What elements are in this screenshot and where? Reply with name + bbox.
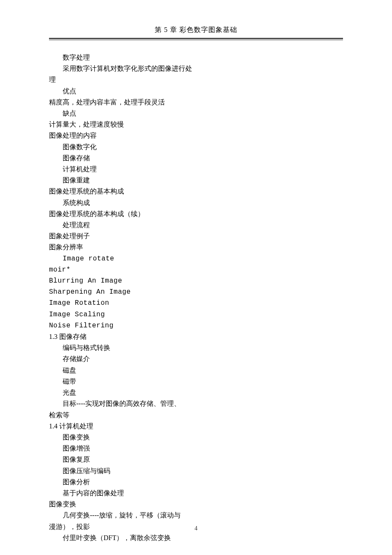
text-line: 编码与格式转换: [49, 342, 343, 353]
text-line: 精度高，处理内容丰富，处理手段灵活: [49, 97, 343, 108]
text-line: 数字处理: [49, 52, 343, 63]
text-line: Image Scaling: [49, 309, 343, 320]
header-rule-thin: [49, 40, 343, 40]
text-line: Blurring An Image: [49, 275, 343, 286]
text-line: 采用数字计算机对数字化形式的图像进行处: [49, 63, 343, 74]
text-line: 磁带: [49, 376, 343, 387]
text-line: 基于内容的图像处理: [49, 488, 343, 499]
text-line: 图像处理的内容: [49, 130, 343, 141]
text-line: 目标----实现对图像的高效存储、管理、: [49, 398, 343, 409]
text-line: 存储媒介: [49, 353, 343, 364]
text-line: Image Rotation: [49, 298, 343, 309]
text-line: 图像变换: [49, 499, 343, 510]
text-line: 系统构成: [49, 197, 343, 208]
text-line: 优点: [49, 86, 343, 97]
text-line: 图象分辨率: [49, 242, 343, 253]
text-line: 几何变换----放缩，旋转，平移（滚动与: [49, 510, 343, 521]
text-line: 处理流程: [49, 220, 343, 231]
text-line: 图像增强: [49, 443, 343, 454]
text-line: 付里叶变换（DFT），离散余弦变换: [49, 532, 343, 543]
text-line: 图像处理系统的基本构成（续）: [49, 208, 343, 220]
text-line: 图像分析: [49, 477, 343, 488]
text-line: 磁盘: [49, 365, 343, 376]
text-line: 图象处理例子: [49, 231, 343, 242]
text-line: 1.4 计算机处理: [49, 421, 343, 432]
text-line: Image rotate: [49, 253, 343, 264]
text-line: 图像重建: [49, 175, 343, 186]
text-line: Sharpening An Image: [49, 286, 343, 298]
text-line: moir*: [49, 264, 343, 275]
text-line: 计算机处理: [49, 164, 343, 175]
text-line: 检索等: [49, 410, 343, 421]
text-line: 图像处理系统的基本构成: [49, 186, 343, 197]
text-line: 图像存储: [49, 153, 343, 164]
text-line: 1.3 图像存储: [49, 331, 343, 342]
page-number: 4: [0, 525, 392, 532]
text-line: 计算量大，处理速度较慢: [49, 119, 343, 130]
text-line: 图像数字化: [49, 142, 343, 153]
document-body: 数字处理采用数字计算机对数字化形式的图像进行处理优点精度高，处理内容丰富，处理手…: [49, 52, 343, 543]
header-rule-thick: [49, 38, 343, 39]
text-line: Noise Filtering: [49, 320, 343, 331]
text-line: 理: [49, 74, 343, 85]
text-line: 图像变换: [49, 432, 343, 443]
text-line: 图像复原: [49, 454, 343, 465]
text-line: 图像压缩与编码: [49, 465, 343, 477]
text-line: 缺点: [49, 108, 343, 119]
text-line: 光盘: [49, 387, 343, 398]
page-header-title: 第 5 章 彩色数字图象基础: [49, 26, 343, 37]
